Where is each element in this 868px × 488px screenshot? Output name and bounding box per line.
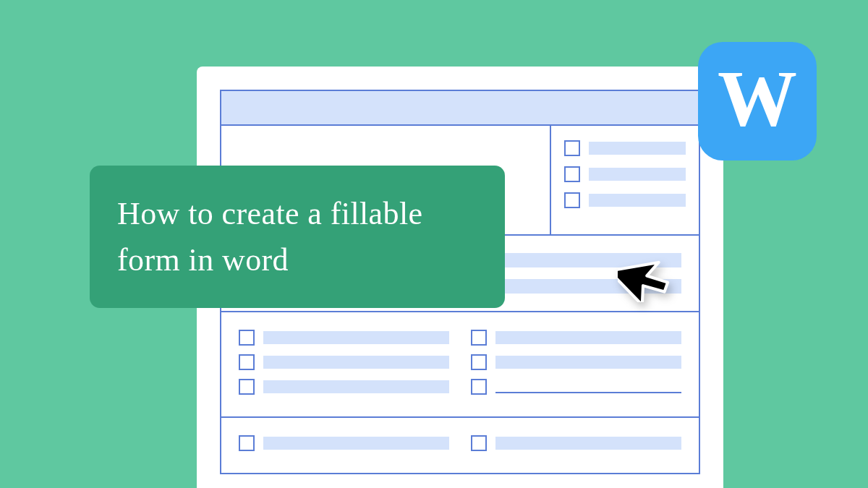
checkbox-icon — [564, 166, 580, 182]
checkbox-row — [239, 330, 449, 346]
checkbox-icon — [471, 435, 487, 451]
checkbox-row — [239, 379, 449, 395]
line-placeholder — [495, 437, 681, 450]
title-text: How to create a fillable form in word — [117, 191, 477, 283]
checkbox-row — [564, 140, 686, 156]
form-right-pane — [550, 126, 699, 234]
checkbox-row — [471, 330, 681, 346]
checkbox-icon — [564, 192, 580, 208]
checkbox-row — [471, 354, 681, 370]
checkbox-row — [471, 435, 681, 451]
line-placeholder — [263, 356, 449, 369]
form-column-left — [239, 330, 449, 403]
checkbox-icon — [471, 354, 487, 370]
checkbox-row — [564, 166, 686, 182]
form-column-right — [471, 435, 681, 460]
checkbox-row — [564, 192, 686, 208]
checkbox-icon — [239, 435, 255, 451]
checkbox-row — [239, 354, 449, 370]
checkbox-icon — [239, 379, 255, 395]
form-column-right — [471, 330, 681, 403]
form-columns-block — [221, 418, 699, 473]
checkbox-icon — [239, 330, 255, 346]
form-header-bar — [221, 91, 699, 126]
checkbox-row — [471, 379, 681, 395]
word-letter: W — [718, 59, 797, 138]
line-placeholder — [589, 168, 686, 181]
line-placeholder — [263, 380, 449, 393]
line-placeholder — [495, 356, 681, 369]
title-card: How to create a fillable form in word — [90, 166, 505, 308]
checkbox-icon — [471, 330, 487, 346]
line-placeholder — [589, 142, 686, 155]
word-app-badge: W — [698, 42, 817, 160]
checkbox-icon — [239, 354, 255, 370]
line-placeholder — [589, 194, 686, 207]
line-placeholder — [263, 437, 449, 450]
line-placeholder — [495, 331, 681, 344]
cursor-icon — [618, 243, 674, 302]
line-placeholder — [263, 331, 449, 344]
form-column-left — [239, 435, 449, 460]
underline-placeholder — [495, 380, 681, 393]
checkbox-row — [239, 435, 449, 451]
checkbox-icon — [471, 379, 487, 395]
form-columns-block — [221, 312, 699, 418]
checkbox-icon — [564, 140, 580, 156]
